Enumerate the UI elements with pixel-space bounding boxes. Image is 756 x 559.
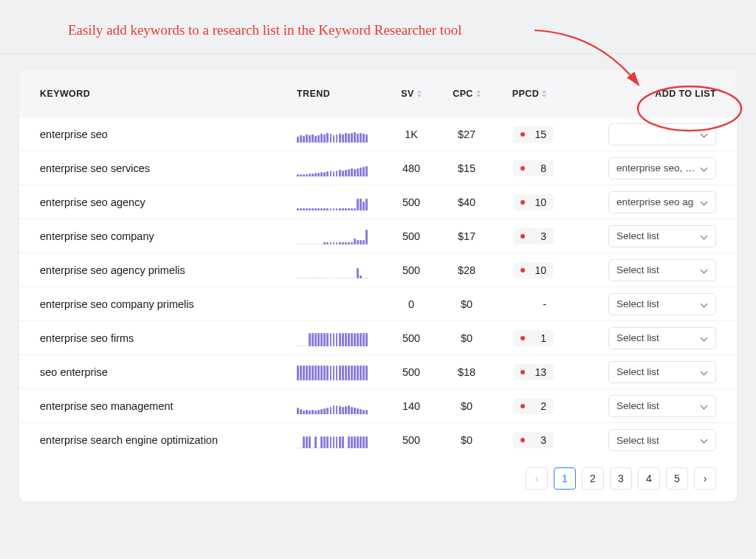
- trend-sparkline: [297, 432, 368, 448]
- add-to-list-cell: Select list: [563, 429, 716, 451]
- trend-cell: [297, 160, 385, 176]
- ppcd-value: 3: [532, 230, 546, 242]
- keyword-cell: enterprise seo firms: [40, 332, 297, 344]
- ppcd-cell: 8: [496, 160, 563, 176]
- sv-cell: 0: [385, 298, 437, 310]
- cpc-cell: $27: [437, 128, 496, 140]
- column-header-cpc-label: CPC: [453, 89, 473, 99]
- add-to-list-cell: Select list: [563, 293, 716, 315]
- cpc-cell: $18: [437, 366, 496, 378]
- chevron-down-icon: [701, 301, 708, 308]
- table-row: enterprise seo company primelis0$0-Selec…: [19, 287, 737, 321]
- ppcd-cell: -: [496, 298, 563, 310]
- add-to-list-select[interactable]: enterprise seo, en: [608, 157, 716, 179]
- trend-sparkline: [297, 364, 368, 380]
- chevron-right-icon: ›: [704, 473, 707, 484]
- table-row: enterprise seo company500$173Select list: [19, 219, 737, 253]
- cpc-cell: $0: [437, 332, 496, 344]
- add-to-list-select[interactable]: enterprise seo ag: [608, 191, 716, 213]
- keyword-table-card: KEYWORD TREND SV CPC PPCD ADD TO LIST en…: [19, 70, 737, 501]
- annotation-text: Easily add keywords to a research list i…: [68, 22, 461, 38]
- add-to-list-select[interactable]: Select list: [608, 361, 716, 383]
- cpc-cell: $40: [437, 196, 496, 208]
- pagination-page[interactable]: 3: [610, 467, 632, 490]
- ppcd-dot-icon: [520, 404, 525, 408]
- sort-icon: [417, 90, 422, 97]
- ppcd-pill: 10: [513, 194, 554, 210]
- chevron-left-icon: ‹: [535, 473, 539, 484]
- pagination-prev[interactable]: ‹: [526, 467, 548, 490]
- add-to-list-cell: Select list: [563, 327, 716, 349]
- add-to-list-select[interactable]: Select list: [608, 395, 716, 417]
- ppcd-value: 15: [532, 128, 546, 140]
- column-header-cpc[interactable]: CPC: [437, 89, 496, 99]
- pagination-page[interactable]: 1: [554, 467, 576, 490]
- table-row: enterprise seo management140$02Select li…: [19, 389, 737, 423]
- table-row: enterprise seo services480$158enterprise…: [19, 151, 737, 185]
- chevron-down-icon: [701, 402, 708, 410]
- select-value: Select list: [616, 332, 659, 343]
- trend-sparkline: [297, 262, 368, 278]
- pagination-page[interactable]: 4: [638, 467, 660, 490]
- trend-sparkline: [297, 398, 368, 414]
- ppcd-pill: 3: [513, 432, 554, 448]
- column-header-ppcd[interactable]: PPCD: [496, 89, 563, 99]
- chevron-down-icon: [701, 335, 708, 342]
- pagination-page[interactable]: 2: [582, 467, 604, 490]
- table-row: enterprise search engine optimization500…: [19, 423, 737, 457]
- keyword-cell: enterprise seo management: [40, 400, 297, 412]
- add-to-list-cell: [563, 123, 716, 145]
- pagination: ‹12345›: [19, 457, 737, 490]
- keyword-cell: enterprise seo: [40, 128, 297, 140]
- table-header: KEYWORD TREND SV CPC PPCD ADD TO LIST: [19, 70, 737, 117]
- ppcd-value: 10: [532, 264, 546, 276]
- pagination-page[interactable]: 5: [666, 467, 688, 490]
- column-header-add-to-list: ADD TO LIST: [563, 89, 716, 99]
- ppcd-pill: 8: [513, 160, 554, 176]
- ppcd-dot-icon: [520, 268, 525, 272]
- sv-cell: 500: [385, 332, 437, 344]
- trend-cell: [297, 398, 385, 414]
- add-to-list-select[interactable]: Select list: [608, 293, 716, 315]
- ppcd-value: 13: [532, 366, 546, 378]
- add-to-list-select[interactable]: Select list: [608, 225, 716, 247]
- column-header-ppcd-label: PPCD: [512, 89, 539, 99]
- trend-cell: [297, 262, 385, 278]
- keyword-cell: enterprise search engine optimization: [40, 434, 297, 446]
- chevron-down-icon: [701, 368, 708, 376]
- sv-cell: 480: [385, 162, 437, 174]
- ppcd-pill: 13: [513, 364, 554, 380]
- add-to-list-cell: Select list: [563, 395, 716, 417]
- select-value: Select list: [616, 230, 659, 241]
- column-header-sv[interactable]: SV: [385, 89, 437, 99]
- column-header-trend[interactable]: TREND: [297, 89, 385, 99]
- table-row: enterprise seo agency500$4010enterprise …: [19, 185, 737, 219]
- column-header-keyword[interactable]: KEYWORD: [40, 89, 297, 99]
- sv-cell: 500: [385, 366, 437, 378]
- sort-icon: [542, 90, 546, 97]
- add-to-list-select[interactable]: Select list: [608, 259, 716, 281]
- pagination-next[interactable]: ›: [694, 467, 716, 490]
- trend-cell: [297, 330, 385, 346]
- top-divider: [0, 53, 756, 54]
- trend-sparkline: [297, 126, 368, 143]
- ppcd-cell: 3: [496, 432, 563, 448]
- cpc-cell: $17: [437, 230, 496, 242]
- keyword-cell: enterprise seo company primelis: [40, 298, 297, 310]
- add-to-list-cell: Select list: [563, 225, 716, 247]
- add-to-list-select[interactable]: [608, 123, 716, 145]
- add-to-list-cell: enterprise seo ag: [563, 191, 716, 213]
- chevron-down-icon: [701, 267, 708, 274]
- table-row: enterprise seo firms500$01Select list: [19, 321, 737, 355]
- add-to-list-select[interactable]: Select list: [608, 429, 716, 451]
- cpc-cell: $0: [437, 298, 496, 310]
- add-to-list-select[interactable]: Select list: [608, 327, 716, 349]
- trend-cell: [297, 194, 385, 210]
- keyword-cell: enterprise seo company: [40, 230, 297, 242]
- select-value: Select list: [616, 400, 659, 411]
- ppcd-dot-icon: [520, 370, 525, 374]
- keyword-cell: seo enterprise: [40, 366, 297, 378]
- cpc-cell: $28: [437, 264, 496, 276]
- select-value: Select list: [616, 435, 659, 446]
- ppcd-pill: 2: [513, 398, 554, 414]
